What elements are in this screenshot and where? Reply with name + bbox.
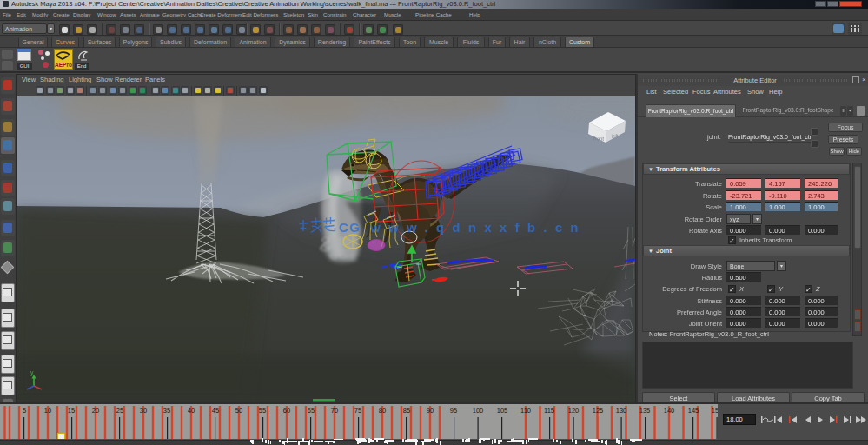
svg-text:140: 140 bbox=[664, 407, 675, 415]
svg-text:115: 115 bbox=[544, 407, 554, 415]
svg-text:35: 35 bbox=[163, 407, 170, 415]
svg-text:90: 90 bbox=[427, 407, 434, 415]
svg-text:150: 150 bbox=[712, 407, 718, 415]
svg-text:15: 15 bbox=[68, 407, 75, 415]
svg-text:85: 85 bbox=[403, 407, 410, 415]
svg-text:95: 95 bbox=[450, 407, 457, 415]
svg-text:CG: CG bbox=[339, 220, 361, 235]
svg-text:y: y bbox=[30, 369, 34, 376]
svg-text:65: 65 bbox=[308, 407, 315, 415]
svg-text:25: 25 bbox=[116, 407, 123, 415]
svg-text:AEPro: AEPro bbox=[55, 62, 72, 68]
svg-text:40: 40 bbox=[188, 407, 195, 415]
svg-text:30: 30 bbox=[140, 407, 147, 415]
svg-text:80: 80 bbox=[379, 407, 386, 415]
svg-text:front: front bbox=[593, 136, 605, 142]
svg-text:135: 135 bbox=[639, 407, 651, 415]
svg-text:120: 120 bbox=[568, 407, 580, 415]
svg-text:10: 10 bbox=[44, 407, 51, 415]
svg-text:125: 125 bbox=[593, 407, 604, 415]
svg-text:45: 45 bbox=[212, 407, 219, 415]
svg-text:60: 60 bbox=[283, 407, 290, 415]
svg-text:left: left bbox=[611, 133, 619, 139]
svg-text:100: 100 bbox=[473, 407, 484, 415]
svg-text:110: 110 bbox=[520, 407, 531, 415]
svg-text:50: 50 bbox=[235, 407, 242, 415]
svg-text:130: 130 bbox=[616, 407, 627, 415]
svg-text:145: 145 bbox=[688, 407, 699, 415]
svg-text:70: 70 bbox=[331, 407, 338, 415]
svg-text:www.qdnxxfb.cn: www.qdnxxfb.cn bbox=[369, 220, 586, 235]
svg-text:5: 5 bbox=[23, 407, 26, 415]
svg-text:75: 75 bbox=[354, 407, 361, 415]
svg-text:55: 55 bbox=[259, 407, 266, 415]
svg-text:105: 105 bbox=[497, 407, 508, 415]
svg-text:20: 20 bbox=[92, 407, 99, 415]
